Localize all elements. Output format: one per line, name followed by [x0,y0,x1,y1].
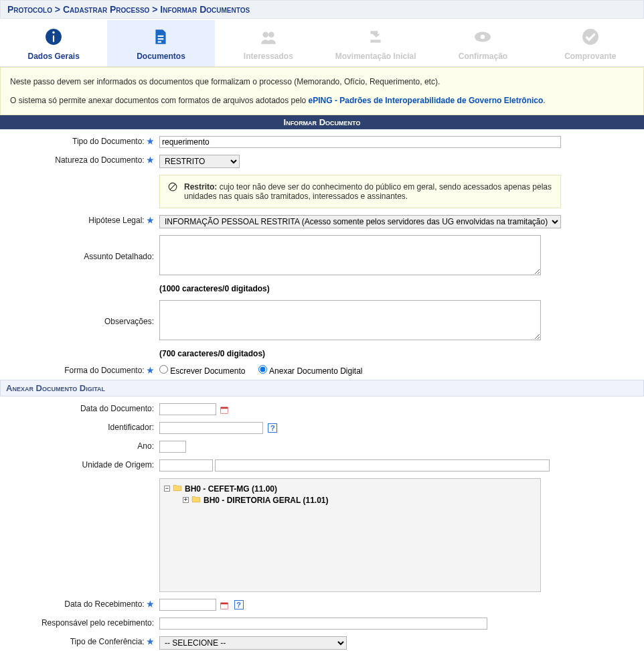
svg-point-7 [268,31,274,38]
tab-label: Movimentação Inicial [322,52,429,61]
tab-confirmacao[interactable]: Confirmação [429,20,536,66]
svg-rect-17 [221,603,228,604]
svg-rect-8 [371,40,381,42]
calendar-icon[interactable] [220,405,229,415]
tab-label: Documentos [107,52,214,61]
help-icon[interactable]: ? [268,423,277,433]
ano-input[interactable] [159,441,186,453]
natureza-label: Natureza do Documento: [55,155,144,165]
document-icon [152,28,169,46]
tab-comprovante[interactable]: Comprovante [537,20,644,66]
svg-rect-15 [221,407,228,409]
svg-point-6 [262,31,268,38]
forma-escrever-option[interactable]: Escrever Documento [159,366,245,376]
intro-line2: O sistema só permite anexar documentos c… [10,96,634,105]
eping-link[interactable]: ePING - Padrões de Interoperabilidade de… [309,96,544,105]
tipo-documento-input[interactable] [159,136,561,148]
forma-anexar-option[interactable]: Anexar Documento Digital [258,366,362,376]
tree-node-diretoria[interactable]: + BH0 - DIRETORIA GERAL (11.01) [183,494,536,506]
assunto-label: Assunto Detalhado: [84,252,154,261]
hipotese-label: Hipótese Legal: [88,216,144,225]
intro-box: Neste passo devem ser informados os docu… [0,67,644,115]
tipo-conf-label: Tipo de Conferência: [70,637,145,646]
hipotese-select[interactable]: INFORMAÇÃO PESSOAL RESTRITA (Acesso some… [159,215,561,228]
svg-rect-4 [158,38,164,40]
eye-icon [474,28,491,46]
svg-rect-5 [158,42,161,43]
calendar-icon[interactable] [220,601,229,610]
data-recebimento-input[interactable] [159,599,216,611]
identificador-input[interactable] [159,422,263,434]
responsavel-input[interactable] [159,618,487,630]
tab-documentos[interactable]: Documentos [107,20,214,66]
svg-rect-3 [158,35,164,37]
wizard-tabs: Dados Gerais Documentos Interessados Mov… [0,20,644,67]
unidade-origem-label: Unidade de Origem: [82,460,154,469]
intro-line1: Neste passo devem ser informados os docu… [10,77,634,86]
obs-counter: (700 caracteres/0 digitados) [157,346,643,361]
tab-label: Interessados [215,52,322,61]
tipo-documento-label: Tipo do Documento: [72,137,145,146]
share-icon [367,28,384,46]
forma-label: Forma do Documento: [64,366,144,375]
folder-open-icon [173,484,182,494]
assunto-textarea[interactable] [159,235,541,275]
data-receb-label: Data do Recebimento: [64,599,144,609]
section-informar-documento: Informar Documento [0,115,644,129]
unidade-origem-codigo-input[interactable] [159,459,213,472]
tab-movimentacao[interactable]: Movimentação Inicial [322,20,429,66]
ano-label: Ano: [137,441,154,451]
collapse-icon[interactable]: − [164,486,170,492]
help-icon[interactable]: ? [234,600,244,609]
expand-icon[interactable]: + [183,497,189,503]
data-documento-input[interactable] [159,403,216,415]
obs-textarea[interactable] [159,300,541,340]
restrito-info-box: Restrito: cujo teor não deve ser do conh… [159,175,561,208]
prohibition-icon [168,182,177,201]
breadcrumb: Protocolo > Cadastrar Processo > Informa… [0,0,644,19]
svg-rect-1 [53,35,54,42]
identificador-label: Identificador: [108,423,154,432]
tab-label: Comprovante [537,52,644,61]
responsavel-label: Responsável pelo recebimento: [42,618,154,628]
svg-point-10 [481,35,485,40]
section-anexar: Anexar Documento Digital [0,380,644,396]
assunto-counter: (1000 caracteres/0 digitados) [157,281,643,296]
info-icon [45,28,62,46]
folder-icon [191,495,201,505]
tab-label: Dados Gerais [0,52,107,61]
natureza-select[interactable]: RESTRITO [159,155,240,168]
svg-point-2 [52,31,54,33]
check-circle-icon [582,28,599,46]
unidade-origem-nome-input[interactable] [215,459,550,472]
data-doc-label: Data do Documento: [80,404,154,413]
svg-line-13 [170,184,175,190]
tree-node-cefet[interactable]: − BH0 - CEFET-MG (11.00) [164,483,536,494]
tab-interessados[interactable]: Interessados [215,20,322,66]
obs-label: Observações: [104,317,154,326]
tab-dados-gerais[interactable]: Dados Gerais [0,20,107,66]
tipo-conferencia-select[interactable]: -- SELECIONE -- [159,636,347,650]
unidade-tree[interactable]: − BH0 - CEFET-MG (11.00) + BH0 - DIRETOR… [159,478,541,592]
tab-label: Confirmação [429,52,536,61]
people-icon [260,28,277,46]
